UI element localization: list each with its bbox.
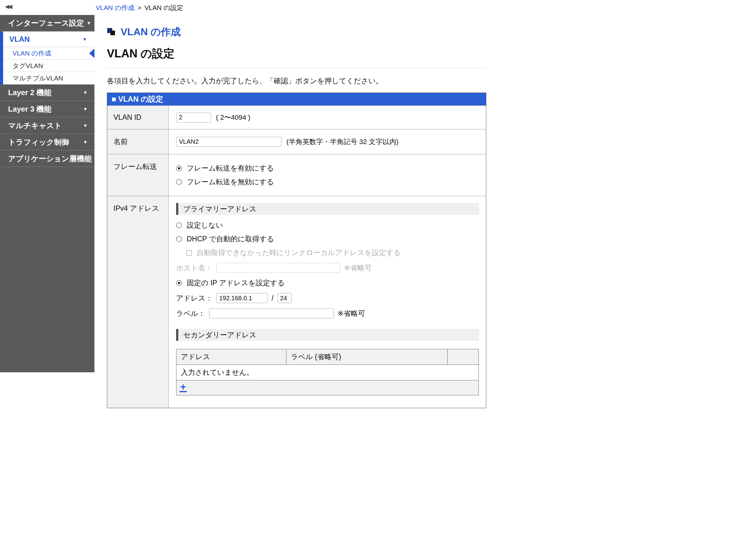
address-field-line: アドレス： / [176, 293, 479, 303]
vlan-settings-form: ■ VLAN の設定 VLAN ID ( 2〜4094 ) 名前 (半角英数字・… [107, 93, 486, 408]
hostname-field-line: ホスト名： ※省略可 [176, 263, 479, 273]
vlan-id-input[interactable] [176, 113, 211, 123]
form-row-frame-forwarding: フレーム転送 フレーム転送を有効にする フレーム転送を無効にする [107, 154, 486, 196]
title-divider [107, 68, 486, 68]
ipv4-dhcp-radio[interactable] [176, 236, 182, 242]
prefix-input[interactable] [278, 293, 292, 303]
top-bar: ◀◀ VLAN の作成 > VLAN の設定 [0, 0, 735, 15]
sidebar-item-multicast[interactable]: マルチキャスト ▼ [0, 118, 94, 134]
name-format-hint: (半角英数字・半角記号 32 文字以内) [287, 137, 398, 147]
ipv4-none-radio[interactable] [176, 222, 182, 228]
sidebar-item-app-layer[interactable]: アプリケーション層機能 ▼ [0, 151, 94, 167]
frame-enable-radio[interactable] [176, 165, 182, 171]
ipv4-address-label: IPv4 アドレス [107, 196, 169, 408]
hostname-label: ホスト名： [176, 263, 213, 273]
sidebar-group-vlan: VLAN ▼ VLAN の作成 タグVLAN マルチプルVLAN [0, 31, 94, 84]
sidebar-item-label: VLAN の作成 [12, 49, 51, 58]
vlan-id-range-hint: ( 2〜4094 ) [216, 113, 250, 122]
sidebar-item-layer2[interactable]: Layer 2 機能 ▼ [0, 84, 94, 101]
chevron-down-icon: ▼ [83, 90, 88, 95]
sidebar-item-label: トラフィック制御 [8, 137, 69, 147]
back-icon[interactable]: ◀◀ [5, 3, 11, 10]
sidebar-item-label: タグVLAN [12, 61, 43, 70]
ipv4-dhcp-label: DHCP で自動的に取得する [187, 234, 274, 244]
sidebar-item-traffic-control[interactable]: トラフィック制御 ▼ [0, 134, 94, 151]
sidebar-item-label: VLAN [9, 35, 30, 44]
hostname-input[interactable] [216, 263, 341, 273]
primary-address-section-header: プライマリーアドレス [176, 203, 479, 215]
secondary-address-section-header: セカンダリーアドレス [176, 329, 479, 341]
sidebar-item-label: Layer 3 機能 [8, 104, 51, 114]
secondary-address-table: アドレス ラベル (省略可) 入力されていません。 + [176, 349, 479, 395]
sidebar-item-layer3[interactable]: Layer 3 機能 ▼ [0, 101, 94, 118]
breadcrumb-separator: > [138, 4, 141, 12]
hostname-optional-note: ※省略可 [344, 263, 371, 273]
secondary-col-actions [447, 349, 479, 365]
link-local-option[interactable]: 自動取得できなかった時にリンクローカルアドレスを設定する [186, 248, 479, 258]
secondary-empty-message: 入力されていません。 [177, 365, 479, 380]
secondary-col-label: ラベル (省略可) [287, 349, 447, 365]
frame-forwarding-disable-option[interactable]: フレーム転送を無効にする [176, 177, 479, 187]
label-optional-note: ※省略可 [338, 309, 365, 318]
selected-item-marker-icon [89, 49, 94, 58]
main-content: VLAN の作成 VLAN の設定 各項目を入力してください。入力が完了したら、… [94, 15, 486, 408]
link-local-checkbox[interactable] [186, 250, 192, 256]
ipv4-static-option[interactable]: 固定の IP アドレスを設定する [176, 278, 479, 288]
frame-disable-radio[interactable] [176, 179, 182, 185]
chevron-down-icon: ▼ [83, 106, 88, 112]
sidebar-item-label: アプリケーション層機能 [8, 154, 92, 164]
secondary-add-row: + [177, 380, 479, 395]
sidebar-item-vlan[interactable]: VLAN ▼ [3, 31, 94, 47]
breadcrumb-current: VLAN の設定 [144, 3, 183, 12]
vlan-id-label: VLAN ID [107, 106, 169, 129]
sidebar-item-label: インターフェース設定 [8, 18, 84, 28]
page-title: VLAN の作成 [107, 26, 486, 39]
sidebar-item-tag-vlan[interactable]: タグVLAN [3, 60, 94, 72]
add-secondary-address-button[interactable]: + [180, 382, 187, 392]
address-label-input[interactable] [209, 308, 334, 318]
label-field-line: ラベル： ※省略可 [176, 308, 479, 318]
form-row-vlan-id: VLAN ID ( 2〜4094 ) [107, 105, 486, 129]
address-label-label: ラベル： [176, 309, 206, 318]
sidebar-item-multiple-vlan[interactable]: マルチプルVLAN [3, 72, 94, 84]
name-input[interactable] [176, 137, 282, 147]
breadcrumb: VLAN の作成 > VLAN の設定 [96, 3, 183, 12]
sidebar-item-label: マルチプルVLAN [12, 74, 63, 83]
instruction-text: 各項目を入力してください。入力が完了したら、「確認」ボタンを押してください。 [107, 76, 486, 86]
page-layout: インターフェース設定 ▼ VLAN ▼ VLAN の作成 タグVLAN マルチプ… [0, 15, 735, 408]
frame-forwarding-label: フレーム転送 [107, 154, 169, 196]
ipv4-none-option[interactable]: 設定しない [176, 220, 479, 230]
ipv4-static-radio[interactable] [176, 280, 182, 286]
chevron-down-icon: ▼ [82, 36, 87, 42]
prefix-separator: / [272, 294, 273, 302]
form-row-name: 名前 (半角英数字・半角記号 32 文字以内) [107, 129, 486, 154]
ipv4-none-label: 設定しない [187, 220, 223, 230]
frame-forwarding-enable-option[interactable]: フレーム転送を有効にする [176, 163, 479, 173]
sidebar-item-vlan-create[interactable]: VLAN の作成 [3, 47, 94, 60]
address-label: アドレス： [176, 293, 213, 303]
secondary-table-header-row: アドレス ラベル (省略可) [177, 349, 479, 365]
ipv4-static-label: 固定の IP アドレスを設定する [187, 278, 285, 288]
secondary-empty-row: 入力されていません。 [177, 365, 479, 380]
chevron-down-icon: ▼ [83, 139, 88, 145]
address-input[interactable] [216, 293, 268, 303]
name-label: 名前 [107, 129, 169, 154]
sidebar-item-interface-settings[interactable]: インターフェース設定 ▼ [0, 15, 94, 31]
sidebar-item-label: Layer 2 機能 [8, 88, 51, 98]
page-title-text: VLAN の作成 [121, 25, 181, 39]
frame-disable-label: フレーム転送を無効にする [187, 177, 274, 187]
form-row-ipv4-address: IPv4 アドレス プライマリーアドレス 設定しない DHCP で自動的に取得す… [107, 196, 486, 408]
form-section-header: ■ VLAN の設定 [107, 93, 486, 105]
frame-enable-label: フレーム転送を有効にする [187, 163, 274, 173]
ipv4-dhcp-option[interactable]: DHCP で自動的に取得する [176, 234, 479, 244]
page-title-icon [107, 27, 116, 37]
breadcrumb-link-vlan-create[interactable]: VLAN の作成 [96, 3, 134, 12]
page-subtitle: VLAN の設定 [107, 46, 486, 61]
link-local-label: 自動取得できなかった時にリンクローカルアドレスを設定する [197, 248, 401, 258]
chevron-down-icon: ▼ [83, 123, 88, 128]
sidebar-item-label: マルチキャスト [8, 121, 62, 131]
secondary-col-address: アドレス [177, 349, 287, 365]
sidebar: インターフェース設定 ▼ VLAN ▼ VLAN の作成 タグVLAN マルチプ… [0, 15, 94, 372]
chevron-down-icon: ▼ [86, 20, 91, 26]
